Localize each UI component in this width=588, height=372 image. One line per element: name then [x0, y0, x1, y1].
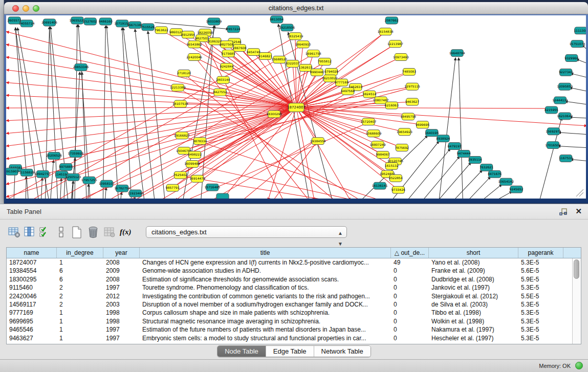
- delete-table-icon[interactable]: [103, 226, 116, 239]
- delete-column-trash-icon[interactable]: [87, 226, 99, 239]
- select-columns-icon[interactable]: [39, 226, 51, 239]
- table-cell: 5.3E-5: [518, 334, 563, 342]
- vertical-scrollbar[interactable]: [572, 258, 581, 344]
- network-edge: [6, 82, 296, 107]
- table-cell: Estimation of significance thresholds fo…: [140, 275, 391, 283]
- table-cell: 1: [57, 334, 103, 342]
- table-row[interactable]: 911546021997Tourette syndrome. Phenomeno…: [7, 283, 581, 292]
- table-settings-icon[interactable]: [8, 226, 20, 239]
- window-titlebar[interactable]: citations_edges.txt: [4, 2, 588, 14]
- table-select-dropdown[interactable]: citations_edges.txt ▲▼: [146, 226, 347, 238]
- network-node-label: 18942757: [35, 172, 51, 176]
- close-panel-icon[interactable]: ✕: [575, 207, 582, 216]
- column-header-year[interactable]: year: [103, 248, 140, 258]
- network-node-label: 9474444: [457, 152, 471, 156]
- column-header-title[interactable]: title: [140, 248, 391, 258]
- network-node-label: 8427552: [213, 90, 227, 94]
- network-node-label: 12213389: [170, 85, 186, 89]
- network-graph[interactable]: 1872400726055722405572420691406106552271…: [6, 15, 586, 199]
- table-cell: Nakamura et al. (1997): [429, 325, 518, 334]
- table-row[interactable]: 1456911722003Disruption of a novel membe…: [7, 300, 581, 309]
- table-cell: 0: [391, 317, 429, 325]
- network-edge: [60, 178, 61, 199]
- network-node-label: 2087662: [385, 18, 399, 22]
- table-row[interactable]: 1938455462009Genome-wide association stu…: [7, 267, 581, 275]
- network-node-label: 3498222: [188, 153, 202, 157]
- network-edge: [105, 187, 106, 199]
- network-edge: [123, 28, 144, 199]
- network-node-label: 20206526: [46, 154, 62, 157]
- table-row[interactable]: 1830029562008Estimation of significance …: [7, 275, 581, 283]
- function-builder-icon[interactable]: f(x): [120, 226, 132, 239]
- table-cell: Investigating the contribution of common…: [140, 292, 391, 300]
- network-node-label: 2522854: [389, 176, 403, 180]
- tab-edge-table[interactable]: Edge Table: [266, 346, 314, 357]
- table-cell: 9463627: [7, 334, 57, 342]
- network-edge: [482, 184, 502, 199]
- network-node-label: 9146821: [258, 54, 272, 58]
- table-select-value: citations_edges.txt: [151, 228, 207, 236]
- table-row[interactable]: 1872400712008Changes of HCN gene express…: [7, 258, 581, 267]
- network-node-label: 15692971: [546, 129, 561, 133]
- new-table-icon[interactable]: [71, 226, 83, 239]
- table-cell: 2: [57, 292, 103, 300]
- show-columns-icon[interactable]: [24, 226, 36, 239]
- resize-grip[interactable]: [576, 189, 583, 196]
- table-cell: Jankovic et al. (1997): [429, 283, 518, 292]
- network-edge: [75, 25, 77, 199]
- table-cell: 2009: [103, 267, 140, 275]
- table-cell: 1997: [103, 283, 140, 292]
- network-node-label: 9857791: [166, 186, 180, 189]
- table-cell: 0: [391, 334, 429, 342]
- table-cell: 1998: [103, 309, 140, 317]
- table-cell: 5.3E-5: [518, 309, 563, 317]
- table-row[interactable]: 969969511998Structural magnetic resonanc…: [7, 317, 581, 325]
- network-node-label: 16543862: [186, 42, 202, 46]
- network-node-label: 9175685: [222, 52, 235, 55]
- scrollbar-thumb[interactable]: [574, 259, 579, 279]
- table-cell: 5.3E-5: [518, 317, 563, 325]
- table-cell: 5.3E-5: [518, 325, 563, 334]
- table-cell: Estimation of the future numbers of pati…: [140, 325, 391, 334]
- network-edge: [496, 191, 512, 199]
- column-header-pagerank[interactable]: pagerank: [518, 248, 563, 258]
- network-node-label: 3824514: [363, 92, 377, 96]
- table-cell: 1998: [103, 317, 140, 325]
- network-canvas[interactable]: 1872400726055722405572420691406106552271…: [6, 15, 586, 199]
- table-cell: 49: [391, 258, 429, 267]
- table-header-row: namein_degreeyeartitle△ out_de...shortpa…: [7, 248, 581, 258]
- column-header-name[interactable]: name: [7, 248, 57, 258]
- float-panel-icon[interactable]: [559, 208, 568, 216]
- column-header-out_de[interactable]: △ out_de...: [391, 248, 429, 258]
- table-row[interactable]: 977716911998Corpus callosum shape and si…: [7, 309, 581, 317]
- table-cell: Changes of HCN gene expression and I(f) …: [140, 258, 391, 267]
- table-cell: Genome-wide association studies in ADHD.: [140, 267, 391, 275]
- network-node-label: 10807487: [373, 98, 389, 102]
- network-node-label: 3915903: [6, 169, 19, 173]
- table-row[interactable]: 2242004622012Investigating the contribut…: [7, 292, 581, 300]
- status-bar: Memory: OK: [0, 359, 588, 372]
- tab-network-table[interactable]: Network Table: [314, 346, 371, 357]
- network-edge: [571, 73, 586, 77]
- column-header-short[interactable]: short: [429, 248, 518, 258]
- network-node-label: 7485083: [402, 70, 416, 73]
- tab-node-table[interactable]: Node Table: [217, 346, 266, 357]
- table-cell: 5.5E-5: [518, 292, 563, 300]
- network-edge: [196, 58, 310, 199]
- table-row[interactable]: 946362711997Embryonic stem cells: a mode…: [7, 334, 581, 342]
- network-node-label: 9777169: [335, 80, 349, 84]
- network-node-label: 1615132: [385, 164, 399, 167]
- network-node-label: 8938924: [437, 137, 450, 140]
- table-row[interactable]: 946554611997Estimation of the future num…: [7, 325, 581, 334]
- table-cell: 1997: [103, 325, 140, 334]
- network-node-label: 2718120: [177, 71, 191, 75]
- network-node[interactable]: [216, 193, 229, 199]
- network-node-label: 7625402: [173, 173, 187, 177]
- network-edge: [439, 58, 455, 199]
- memory-status-indicator[interactable]: [575, 362, 583, 369]
- network-node-label: 9242844: [220, 64, 234, 68]
- table-cell: 2003: [103, 300, 140, 309]
- column-header-in_degree[interactable]: in_degree: [57, 248, 103, 258]
- network-node-label: 17016504: [545, 143, 561, 147]
- merge-rows-icon[interactable]: [55, 226, 68, 239]
